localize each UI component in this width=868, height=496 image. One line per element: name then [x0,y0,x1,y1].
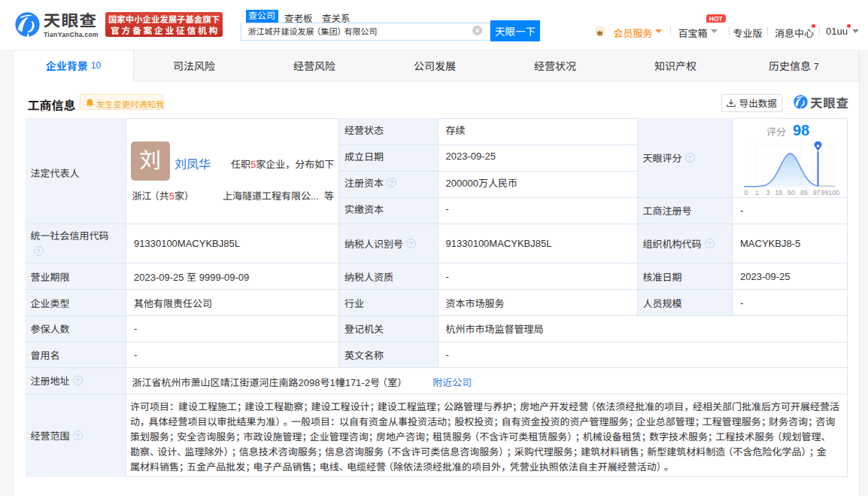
svg-text:3: 3 [766,189,770,196]
svg-text:97: 97 [813,189,821,196]
svg-text:85: 85 [800,189,808,196]
svg-text:0: 0 [745,189,748,196]
svg-text:15: 15 [775,189,783,196]
svg-text:100: 100 [828,189,839,196]
svg-text:99: 99 [821,189,829,196]
svg-text:50: 50 [788,189,795,196]
svg-text:1: 1 [755,189,759,196]
